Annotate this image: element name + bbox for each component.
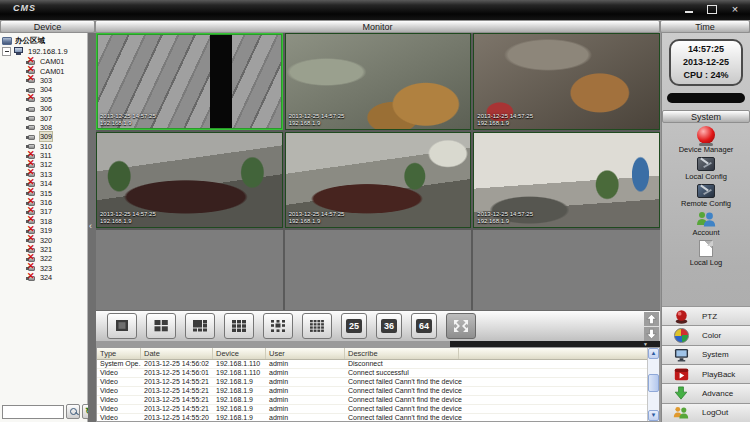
- fullscreen-button[interactable]: [446, 313, 476, 339]
- clock-time: 14:57:25: [688, 43, 724, 56]
- tree-root-label: 办公区域: [15, 36, 45, 46]
- video-cell-6[interactable]: 2013-12-25 14:57:25192.168.1.9: [473, 132, 660, 228]
- local-config-button[interactable]: Local Config: [662, 157, 750, 181]
- search-button[interactable]: [66, 404, 80, 419]
- tree-channel-310[interactable]: 310: [0, 142, 87, 151]
- tree-channel-323[interactable]: ✕323: [0, 264, 87, 273]
- table-row[interactable]: Video2013-12-25 14:55:21192.168.1.9admin…: [97, 378, 648, 387]
- tree-channel-319[interactable]: ✕319: [0, 226, 87, 235]
- cell-device: 192.168.1.9: [213, 387, 266, 395]
- advance-button[interactable]: Advance: [662, 383, 750, 402]
- video-cell-5[interactable]: 2013-12-25 14:57:25192.168.1.9: [285, 132, 472, 228]
- scrollbar-thumb[interactable]: [648, 374, 659, 392]
- video-cell-4[interactable]: 2013-12-25 14:57:25192.168.1.9: [96, 132, 283, 228]
- maximize-button[interactable]: [706, 4, 718, 14]
- panel-collapse-strip[interactable]: ‹: [88, 33, 96, 422]
- channel-label: 303: [40, 76, 52, 85]
- table-row[interactable]: Video2013-12-25 14:55:21192.168.1.9admin…: [97, 387, 648, 396]
- scrollbar-up-icon[interactable]: ▲: [648, 348, 659, 359]
- table-row[interactable]: System Ope...2013-12-25 14:56:02192.168.…: [97, 360, 648, 369]
- ptz-button[interactable]: PTZ: [662, 306, 750, 325]
- collapse-left-icon: ‹: [89, 221, 92, 231]
- tree-channel-308[interactable]: 308: [0, 123, 87, 132]
- local-log-button[interactable]: Local Log: [662, 240, 750, 267]
- scroll-down-button[interactable]: [644, 327, 659, 341]
- tree-root-node[interactable]: 办公区域: [0, 35, 87, 46]
- layout-64-button[interactable]: 64: [411, 313, 437, 339]
- tree-channel-320[interactable]: ✕320: [0, 235, 87, 244]
- empty-cell-9[interactable]: [473, 230, 660, 310]
- tree-channel-324[interactable]: ✕324: [0, 273, 87, 282]
- color-button[interactable]: Color: [662, 325, 750, 344]
- layout-9-button[interactable]: [224, 313, 254, 339]
- video-cell-2[interactable]: 2013-12-25 14:57:25192.168.1.9: [285, 33, 472, 130]
- tree-channel-316[interactable]: ✕316: [0, 198, 87, 207]
- empty-cell-7[interactable]: [96, 230, 283, 310]
- tree-channel-317[interactable]: ✕317: [0, 207, 87, 216]
- account-icon: [696, 211, 716, 227]
- layout-25-button[interactable]: 25: [341, 313, 367, 339]
- tree-channel-cam01[interactable]: ✕CAM01: [0, 66, 87, 75]
- tree-channel-305[interactable]: ✕305: [0, 95, 87, 104]
- channel-label: 316: [40, 198, 52, 207]
- tree-channel-cam01[interactable]: ✕CAM01: [0, 57, 87, 66]
- tree-channel-303[interactable]: ✕303: [0, 76, 87, 85]
- scroll-up-button[interactable]: [644, 312, 659, 326]
- column-user[interactable]: User: [266, 348, 345, 359]
- column-date[interactable]: Date: [141, 348, 213, 359]
- log-table-header[interactable]: Type Date Device User Describe: [97, 348, 648, 360]
- app-title: CMS: [13, 3, 36, 13]
- tree-host-node[interactable]: 192.168.1.9: [0, 46, 87, 57]
- column-describe[interactable]: Describe: [345, 348, 459, 359]
- column-type[interactable]: Type: [97, 348, 141, 359]
- empty-cell-8[interactable]: [285, 230, 472, 310]
- device-manager-button[interactable]: Device Manager: [662, 126, 750, 154]
- layout-1-button[interactable]: [107, 313, 137, 339]
- minimize-button[interactable]: [683, 4, 695, 14]
- system-button[interactable]: System: [662, 345, 750, 364]
- logout-button[interactable]: LogOut: [662, 403, 750, 422]
- layout-6-button[interactable]: [185, 313, 215, 339]
- layout-16-button[interactable]: [302, 313, 332, 339]
- log-scrollbar[interactable]: ▲ ▼: [647, 348, 659, 421]
- layout-9-icon: [231, 319, 247, 333]
- search-input[interactable]: [2, 405, 64, 419]
- scrollbar-down-icon[interactable]: ▼: [648, 410, 659, 421]
- table-row[interactable]: Video2013-12-25 14:55:21192.168.1.9admin…: [97, 405, 648, 414]
- tree-channel-321[interactable]: ✕321: [0, 245, 87, 254]
- tree-channel-312[interactable]: ✕312: [0, 160, 87, 169]
- tree-channel-318[interactable]: ✕318: [0, 217, 87, 226]
- table-row[interactable]: Video2013-12-25 14:56:01192.168.1.110adm…: [97, 369, 648, 378]
- cpu-usage: CPU : 24%: [683, 69, 728, 82]
- close-button[interactable]: ×: [729, 4, 741, 14]
- tree-channel-314[interactable]: ✕314: [0, 179, 87, 188]
- cell-date: 2013-12-25 14:56:02: [141, 360, 213, 368]
- remote-config-button[interactable]: Remote Config: [662, 184, 750, 208]
- tree-channel-315[interactable]: ✕315: [0, 188, 87, 197]
- right-panel: 14:57:25 2013-12-25 CPU : 24% System Dev…: [661, 33, 750, 422]
- channel-label: 324: [40, 273, 52, 282]
- cell-user: admin: [266, 414, 345, 422]
- layout-4-icon: [153, 319, 169, 333]
- tree-channel-306[interactable]: 306: [0, 104, 87, 113]
- tree-channel-311[interactable]: ✕311: [0, 151, 87, 160]
- channel-label: 317: [40, 207, 52, 216]
- account-button[interactable]: Account: [662, 211, 750, 237]
- table-row[interactable]: Video2013-12-25 14:55:20192.168.1.9admin…: [97, 414, 648, 422]
- channel-label: 304: [40, 85, 52, 94]
- column-device[interactable]: Device: [213, 348, 266, 359]
- tree-channel-309[interactable]: 309: [0, 132, 87, 141]
- layout-8-button[interactable]: [263, 313, 293, 339]
- playback-button[interactable]: PlayBack: [662, 364, 750, 383]
- tree-channel-313[interactable]: ✕313: [0, 170, 87, 179]
- layout-36-button[interactable]: 36: [376, 313, 402, 339]
- tree-channel-307[interactable]: 307: [0, 113, 87, 122]
- video-cell-1[interactable]: 2013-12-25 14:57:25192.168.1.9: [96, 33, 283, 130]
- layout-4-button[interactable]: [146, 313, 176, 339]
- tree-channel-322[interactable]: ✕322: [0, 254, 87, 263]
- table-row[interactable]: Video2013-12-25 14:55:21192.168.1.9admin…: [97, 396, 648, 405]
- channel-label: 311: [40, 151, 52, 160]
- video-cell-3[interactable]: 2013-12-25 14:57:25192.168.1.9: [473, 33, 660, 130]
- tree-channel-304[interactable]: 304: [0, 85, 87, 94]
- collapse-expander-icon[interactable]: [2, 47, 11, 56]
